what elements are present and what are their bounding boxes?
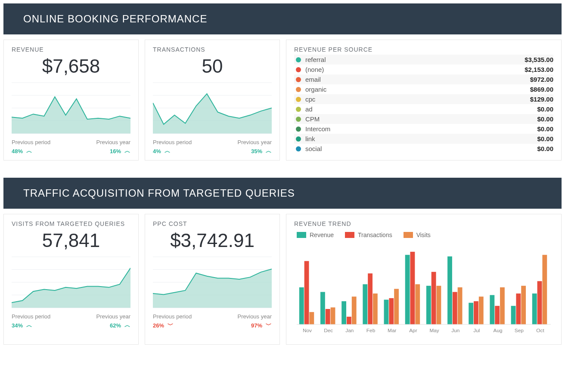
legend-item: Visits: [404, 231, 431, 238]
legend-label: Visits: [416, 231, 431, 238]
source-name: referral: [305, 56, 525, 63]
prev-period-value: 4%︿: [153, 147, 192, 155]
bar: [309, 312, 314, 324]
bar: [384, 299, 389, 324]
transactions-value: 50: [153, 56, 272, 77]
x-axis-label: Nov: [303, 327, 312, 333]
source-value: $129.00: [530, 96, 553, 103]
source-dot-icon: [296, 146, 301, 151]
prev-period-block: Previous period 48%︿: [12, 139, 50, 155]
bar: [299, 287, 304, 324]
x-axis-label: Jan: [345, 327, 354, 333]
visits-card: VISITS FROM TARGETED QUERIES 57,841 Prev…: [3, 214, 139, 345]
comparison-row: Previous period 26%﹀ Previous year 97%﹀: [153, 313, 272, 329]
card-title: REVENUE PER SOURCE: [294, 46, 553, 53]
card-title: REVENUE: [12, 46, 130, 53]
bar: [490, 295, 494, 324]
caret-up-icon: ︿: [124, 321, 130, 329]
bar: [389, 298, 394, 324]
prev-year-value: 35%︿: [238, 147, 272, 155]
revenue-trend-chart: NovDecJanFebMarAprMayJunJulAugSepOct: [294, 243, 553, 337]
source-name: ad: [305, 105, 537, 113]
prev-period-block: Previous period 26%﹀: [153, 313, 192, 329]
source-dot-icon: [296, 97, 301, 102]
bar: [352, 296, 357, 324]
source-name: CPM: [305, 115, 537, 123]
prev-year-block: Previous year 62%︿: [96, 313, 130, 329]
source-row: social$0.00: [294, 144, 553, 154]
x-axis-label: Feb: [366, 327, 376, 333]
bar: [405, 255, 410, 324]
prev-period-value: 26%﹀: [153, 321, 192, 329]
booking-row: REVENUE $7,658 Previous period 48%︿ Prev…: [3, 40, 562, 161]
source-name: cpc: [305, 96, 530, 103]
prev-period-block: Previous period 4%︿: [153, 139, 192, 155]
comparison-row: Previous period 4%︿ Previous year 35%︿: [153, 139, 272, 155]
bar: [410, 252, 415, 324]
prev-period-label: Previous period: [12, 139, 50, 145]
legend-swatch-icon: [297, 232, 306, 238]
source-list: referral$3,535.00(none)$2,153.00email$97…: [294, 55, 553, 154]
revenue-sparkline: [12, 82, 130, 134]
source-dot-icon: [296, 107, 301, 112]
bar: [363, 284, 367, 324]
prev-year-block: Previous year 16%︿: [96, 139, 130, 155]
prev-period-label: Previous period: [153, 139, 192, 145]
source-name: email: [305, 76, 530, 83]
comparison-row: Previous period 48%︿ Previous year 16%︿: [12, 139, 130, 155]
source-dot-icon: [296, 136, 301, 142]
x-axis-label: Apr: [409, 327, 417, 333]
x-axis-label: Jun: [451, 327, 459, 333]
ppc-value: $3,742.91: [153, 230, 272, 251]
card-title: VISITS FROM TARGETED QUERIES: [12, 220, 130, 227]
prev-year-value: 97%﹀: [238, 321, 272, 329]
prev-year-block: Previous year 35%︿: [238, 139, 272, 155]
bar: [426, 286, 431, 324]
source-value: $869.00: [530, 86, 553, 93]
bar: [542, 255, 547, 324]
bar: [373, 293, 378, 324]
prev-year-label: Previous year: [96, 139, 130, 145]
caret-up-icon: ︿: [26, 147, 32, 155]
bar: [532, 293, 537, 324]
x-axis-label: Oct: [536, 327, 544, 333]
prev-year-value: 16%︿: [96, 147, 130, 155]
source-row: organic$869.00: [294, 84, 553, 94]
revenue-per-source-card: REVENUE PER SOURCE referral$3,535.00(non…: [286, 40, 562, 161]
source-dot-icon: [296, 87, 301, 92]
ppc-card: PPC COST $3,742.91 Previous period 26%﹀ …: [145, 214, 280, 345]
source-row: link$0.00: [294, 134, 553, 144]
bar: [341, 301, 346, 324]
prev-year-value: 62%︿: [96, 321, 130, 329]
revenue-value: $7,658: [12, 56, 130, 77]
prev-period-value: 34%︿: [12, 321, 50, 329]
source-dot-icon: [296, 117, 301, 122]
prev-period-block: Previous period 34%︿: [12, 313, 50, 329]
transactions-sparkline: [153, 82, 272, 134]
prev-year-label: Previous year: [238, 313, 272, 320]
bar: [537, 281, 542, 324]
comparison-row: Previous period 34%︿ Previous year 62%︿: [12, 313, 130, 329]
card-title: TRANSACTIONS: [153, 46, 272, 53]
x-axis-label: Sep: [515, 327, 524, 333]
bar: [347, 317, 351, 324]
source-name: organic: [305, 86, 530, 93]
source-value: $0.00: [537, 125, 553, 133]
source-dot-icon: [296, 77, 301, 82]
source-row: cpc$129.00: [294, 94, 553, 104]
source-value: $2,153.00: [525, 66, 553, 73]
legend-swatch-icon: [345, 232, 354, 238]
prev-year-block: Previous year 97%﹀: [238, 313, 272, 329]
source-name: (none): [305, 66, 525, 73]
prev-period-label: Previous period: [12, 313, 50, 320]
bar: [432, 272, 436, 324]
chart-legend: RevenueTransactionsVisits: [294, 229, 553, 243]
bar: [469, 303, 473, 324]
source-row: referral$3,535.00: [294, 55, 553, 65]
bar: [326, 309, 330, 324]
source-row: Intercom$0.00: [294, 124, 553, 134]
legend-item: Transactions: [345, 231, 392, 238]
x-axis-label: Jul: [473, 327, 480, 333]
caret-up-icon: ︿: [124, 147, 130, 155]
legend-label: Revenue: [310, 231, 334, 238]
